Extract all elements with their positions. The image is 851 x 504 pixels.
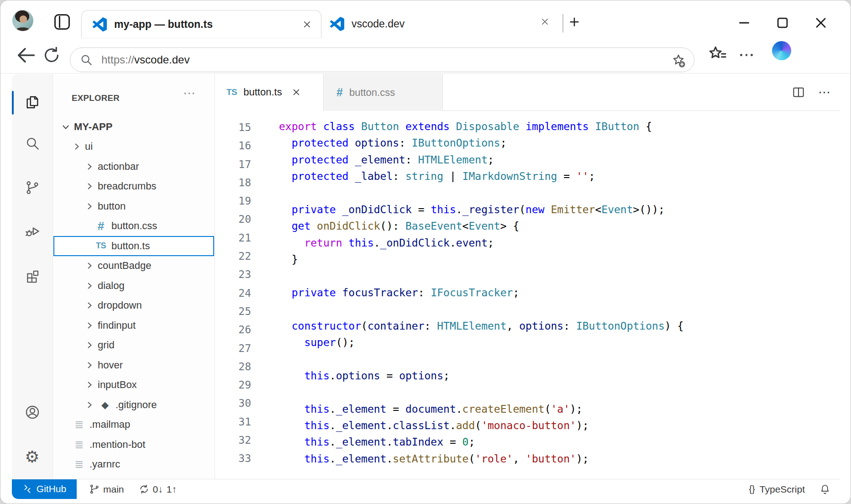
tree-item-hover[interactable]: hover (53, 355, 214, 375)
tree-item-countBadge[interactable]: countBadge (53, 256, 214, 276)
explorer-title: EXPLORER (72, 93, 120, 103)
editor-area: TS button.ts # button.css ⋯ (215, 74, 840, 479)
code-line: constructor(container: HTMLElement, opti… (279, 318, 683, 334)
editor-tab-button-ts[interactable]: TS button.ts (215, 74, 323, 111)
code-line (279, 301, 683, 317)
remote-icon (22, 484, 32, 494)
tree-item-dot-gitignore[interactable]: ◆.gitignore (53, 395, 214, 415)
tree-item-label: .mention-bot (89, 439, 145, 451)
close-editor-icon[interactable] (291, 87, 301, 97)
file-tree: MY-APP uiactionbarbreadcrumbsbutton#butt… (53, 117, 214, 474)
account-icon[interactable] (24, 404, 41, 420)
chevron-right-icon (84, 360, 95, 370)
sync-up-label: 1↑ (167, 484, 177, 495)
browser-tab-active[interactable]: my-app — button.ts (81, 10, 321, 38)
browser-tab-inactive[interactable]: vscode.dev (330, 10, 404, 37)
code-line: private focusTracker: IFocusTracker; (279, 284, 683, 301)
line-number: 20 (215, 210, 251, 228)
tree-item-label: .gitignore (116, 399, 157, 411)
editor-actions: ⋯ (792, 74, 840, 110)
code-line: return this._onDidClick.event; (279, 235, 683, 251)
tree-item-label: .yarnrc (89, 458, 120, 470)
tree-item-my-app[interactable]: MY-APP (53, 117, 214, 137)
tree-item-button[interactable]: button (53, 196, 214, 216)
tree-item-inputBox[interactable]: inputBox (53, 375, 214, 395)
tree-item-ui[interactable]: ui (53, 137, 214, 157)
ts-file-icon: TS (94, 241, 108, 251)
line-number: 25 (215, 302, 251, 320)
tree-item-label: dropdown (98, 299, 142, 311)
add-favorite-icon[interactable] (670, 52, 687, 69)
tree-item-button.ts[interactable]: TSbutton.ts (53, 236, 214, 256)
back-button[interactable] (14, 43, 38, 67)
editor-more-icon[interactable]: ⋯ (818, 85, 831, 100)
new-tab-button[interactable] (567, 15, 581, 29)
tree-item-dialog[interactable]: dialog (53, 276, 214, 296)
remote-indicator[interactable]: GitHub (12, 479, 77, 499)
code-editor[interactable]: 15161718192021222324252627282930313233 e… (215, 111, 840, 479)
line-number: 21 (215, 229, 251, 247)
copilot-icon[interactable] (772, 41, 791, 60)
line-number: 16 (215, 136, 251, 155)
line-numbers: 15161718192021222324252627282930313233 (215, 118, 251, 468)
editor-tab-label: button.ts (243, 86, 282, 98)
language-status[interactable]: {} TypeScript (749, 484, 805, 495)
explorer-more-icon[interactable]: ⋯ (183, 86, 196, 100)
close-window-button[interactable] (813, 15, 829, 31)
tree-item-dot-mention-bot[interactable]: ≣.mention-bot (53, 435, 214, 455)
sync-status[interactable]: 0↓ 1↑ (139, 484, 177, 495)
tree-item-breadcrumbs[interactable]: breadcrumbs (53, 177, 214, 197)
minimize-button[interactable] (736, 15, 752, 31)
line-number: 23 (215, 265, 251, 284)
close-tab-icon[interactable] (302, 20, 312, 29)
chevron-right-icon (84, 400, 95, 410)
branch-status[interactable]: main (89, 484, 124, 495)
favorites-icon[interactable] (707, 44, 728, 65)
editor-tab-label: button.css (349, 87, 395, 99)
tree-item-dot-mailmap[interactable]: ≣.mailmap (53, 415, 214, 435)
tree-item-dropdown[interactable]: dropdown (53, 296, 214, 316)
tree-item-actionbar[interactable]: actionbar (53, 157, 214, 177)
editor-tab-button-css[interactable]: # button.css (323, 74, 443, 111)
split-editor-icon[interactable] (792, 85, 805, 99)
tree-item-grid[interactable]: grid (53, 336, 214, 356)
explorer-icon[interactable] (25, 94, 40, 110)
explorer-sidebar: EXPLORER ⋯ MY-APP uiactionbarbreadcrumbs… (53, 74, 215, 479)
browser-toolbar: https://vscode.dev (0, 37, 851, 74)
url-scheme: https:// (101, 53, 134, 66)
tree-item-button.css[interactable]: #button.css (53, 216, 214, 236)
profile-avatar[interactable] (12, 10, 33, 31)
line-number: 27 (215, 339, 251, 357)
code-line: protected _label: string | IMarkdownStri… (279, 168, 683, 184)
line-number: 30 (215, 394, 251, 412)
tree-item-label: ui (85, 141, 93, 152)
workspaces-icon[interactable] (54, 14, 70, 30)
search-icon (79, 53, 93, 67)
settings-gear-icon[interactable]: ⚙ (25, 449, 39, 465)
chevron-right-icon (84, 380, 95, 390)
search-view-icon[interactable] (25, 136, 40, 151)
tree-item-label: dialog (98, 280, 125, 292)
browser-window: my-app — button.ts vscode.dev (0, 0, 851, 504)
source-control-icon[interactable] (25, 180, 40, 195)
maximize-button[interactable] (775, 15, 790, 31)
code-line: protected options: IButtonOptions; (279, 135, 683, 151)
notifications-bell-icon[interactable] (819, 484, 830, 495)
tree-item-dot-yarnrc[interactable]: ≣.yarnrc (53, 455, 214, 475)
more-options-icon[interactable] (740, 54, 753, 56)
extensions-icon[interactable] (25, 269, 40, 284)
refresh-button[interactable] (42, 45, 62, 65)
browser-titlebar: my-app — button.ts vscode.dev (0, 0, 851, 37)
line-number: 32 (215, 431, 251, 449)
line-number: 22 (215, 247, 251, 265)
chevron-right-icon (84, 300, 95, 310)
code-line (279, 384, 683, 400)
run-debug-icon[interactable] (24, 223, 41, 239)
line-number: 24 (215, 284, 251, 302)
close-tab-icon[interactable] (540, 17, 550, 26)
code-line: private _onDidClick = this._register(new… (279, 201, 683, 218)
tree-item-label: actionbar (98, 161, 139, 173)
address-bar[interactable]: https://vscode.dev (70, 47, 694, 72)
tree-item-findinput[interactable]: findinput (53, 315, 214, 336)
active-view-indicator (12, 91, 14, 115)
